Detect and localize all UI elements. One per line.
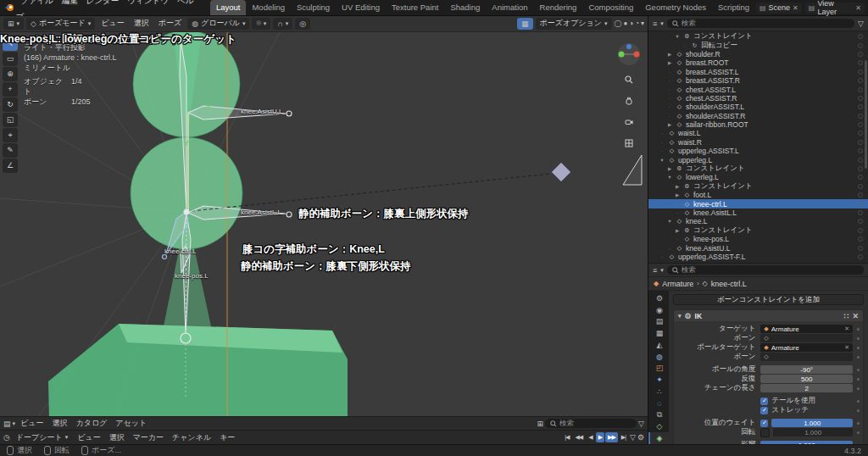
expand-arrow-icon[interactable]: · [659,131,665,136]
tab-view-layer[interactable]: ▦ [648,327,669,339]
camera-view-icon[interactable] [621,114,637,130]
ortho-grid-icon[interactable] [621,136,637,151]
expand-arrow-icon[interactable]: ▼ [666,175,673,180]
scene-selector[interactable]: ▤ Scene ✕ [756,3,802,14]
clear-icon[interactable]: ✕ [844,325,849,332]
expand-arrow-icon[interactable]: ▶ [666,122,673,127]
snap-toggle[interactable]: ∩▾ [273,18,292,30]
weight-rotation-slider[interactable]: 1.000 [773,428,853,437]
measure-tool[interactable]: ∠ [3,158,18,173]
expand-arrow-icon[interactable]: · [674,202,681,207]
select-menu[interactable]: 選択 [131,18,153,29]
chevron-down-icon[interactable]: ▾ [641,19,644,27]
shading-wireframe-icon[interactable]: ◯ [615,19,622,27]
rotate-tool[interactable]: ↻ [3,97,18,112]
expand-arrow-icon[interactable]: ▼ [674,34,681,39]
outliner-search[interactable]: 検索 [667,19,854,28]
expand-arrow-icon[interactable]: ▶ [666,52,673,57]
outliner-row[interactable]: · ◇ knee-ctrl.L [648,199,868,208]
outliner-row[interactable]: · ◇ knee.AsistU.L [648,243,868,252]
jump-end-button[interactable]: ▶| [619,432,628,442]
expand-arrow-icon[interactable]: · [666,96,673,101]
next-keyframe-button[interactable]: ▶▶ [605,432,618,442]
dopesheet-mode-dropdown[interactable]: ドープシート▾ [12,431,72,443]
outliner-row[interactable]: · ◇ waist.R [648,138,868,147]
play-reverse-button[interactable]: ◀ [586,432,594,442]
outliner-row[interactable]: · ◇ knee-pos.L [648,235,868,243]
tab-sculpting[interactable]: Sculpting [291,0,336,15]
pose-options-dropdown[interactable]: ポーズオプション▾ [536,18,612,30]
delete-constraint-icon[interactable]: ✕ [852,312,859,320]
tab-output[interactable]: ▤ [648,316,669,328]
tab-texture-paint[interactable]: Texture Paint [386,0,444,15]
tab-modeling[interactable]: Modeling [246,0,291,15]
asset-menu-item[interactable]: カタログ [72,418,110,429]
tab-shading[interactable]: Shading [444,0,486,15]
filter-funnel-icon[interactable]: ▽ [638,420,644,428]
expand-arrow-icon[interactable]: ▼ [666,219,673,224]
tab-physics[interactable]: ◌ [648,398,669,409]
outliner-row[interactable]: ▶ ◇ breast.ROOT [648,58,868,67]
cursor-tool[interactable]: ⊕ [3,67,18,81]
expand-arrow-icon[interactable]: ▼ [659,158,665,163]
tab-rendering[interactable]: Rendering [534,0,583,15]
expand-arrow-icon[interactable]: · [659,148,665,153]
select-box-tool[interactable]: ▭ [3,52,18,66]
tab-compositing[interactable]: Compositing [582,0,639,15]
weight-rotation-checkbox[interactable] [760,428,770,437]
expand-arrow-icon[interactable]: · [666,104,673,109]
dopesheet-menu-item[interactable]: マーカー [130,432,167,443]
view-menu[interactable]: ビュー [97,18,127,29]
clear-icon[interactable]: ✕ [844,344,849,351]
expand-arrow-icon[interactable]: · [666,87,673,92]
weight-position-slider[interactable]: 1.000 [771,419,853,427]
dopesheet-menu-item[interactable]: キー [216,432,238,443]
pan-hand-icon[interactable] [621,93,637,108]
outliner-display-mode-icon[interactable]: ≡ [653,19,657,28]
proportional-edit-toggle[interactable]: ◎ [295,18,310,30]
pole-angle-field[interactable]: -90° [760,365,853,374]
filter-funnel-icon[interactable]: ▽ [858,19,864,28]
display-mode-icon[interactable]: ⊞ [537,420,544,428]
target-object-field[interactable]: ◆ Armature ✕ [760,325,853,333]
expand-arrow-icon[interactable]: · [674,236,681,242]
filter-funnel-icon[interactable]: ▽ [630,433,636,442]
properties-display-icon[interactable]: ≡ [653,266,657,275]
weight-position-checkbox[interactable]: ✓ [760,420,768,427]
breadcrumb-object[interactable]: Armature [662,280,693,288]
expand-arrow-icon[interactable]: · [659,140,665,145]
tab-bone-constraint[interactable]: ◈ [648,432,669,444]
scale-tool[interactable]: ◱ [3,113,18,127]
menubar-item[interactable]: レンダー [82,0,124,5]
tab-tool[interactable]: ⚙ [648,292,669,304]
outliner-row[interactable]: · ◇ shoulderASSIST.L [648,103,868,111]
gear-icon[interactable]: ⚙ [637,433,644,442]
outliner-row[interactable]: · ◇ knee.AsistL.L [648,209,868,217]
tab-world[interactable]: ◍ [648,351,669,363]
shading-material-icon[interactable]: ◑ [629,19,633,27]
tab-bone[interactable]: ◇ [648,420,669,432]
panel-expand-icon[interactable]: ▾ [678,313,682,320]
outliner-row[interactable]: · ◇ upperleg.ASSIST.L [648,147,868,155]
expand-arrow-icon[interactable]: ▶ [666,60,673,65]
close-icon[interactable]: ✕ [855,4,861,12]
drag-dots-icon[interactable]: ∷ [844,312,849,320]
tab-object-constraint[interactable]: ⧉ [648,409,669,421]
xray-toggle[interactable]: ▦ [517,18,533,30]
jump-start-button[interactable]: |◀ [562,432,571,442]
editor-type-button[interactable]: ⊞▾ [3,18,24,30]
expand-arrow-icon[interactable]: ▶ [666,166,673,171]
chain-length-field[interactable]: 2 [760,384,853,392]
transform-orientation-dropdown[interactable]: ◍グローバル▾ [187,18,249,30]
tab-scripting[interactable]: Scripting [712,0,755,15]
editor-type-icon[interactable]: ▤ [3,420,11,428]
menubar-item[interactable]: 編集 [58,0,82,5]
target-bone-dropdown[interactable]: ◇ [760,334,853,342]
pole-bone-dropdown[interactable]: ◇ [760,353,853,361]
use-tail-checkbox[interactable]: ✓ [760,398,768,405]
dopesheet-menu-item[interactable]: チャンネル [169,432,214,443]
pose-menu[interactable]: ポーズ [155,18,185,29]
outliner-row[interactable]: · ↻ 回転コピー [648,41,868,49]
properties-search[interactable]: 検索 [667,265,864,275]
outliner-row[interactable]: · ◇ chest.ASSIST.R [648,94,868,103]
